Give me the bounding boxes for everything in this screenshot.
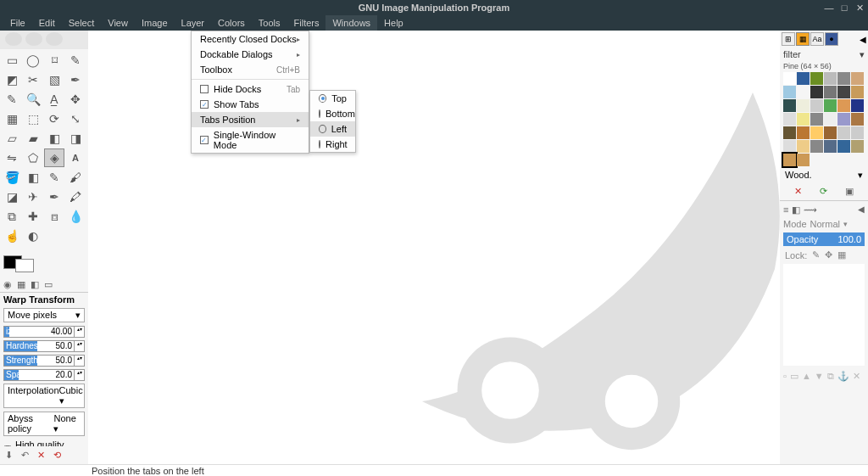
delete-layer-icon[interactable]: ✕ — [853, 371, 860, 382]
pattern-swatch[interactable] — [824, 86, 837, 98]
tabs-right[interactable]: Right — [310, 137, 355, 152]
reset-preset-icon[interactable]: ⟲ — [53, 450, 61, 461]
history-tab[interactable]: ● — [825, 32, 838, 46]
menu-single-window[interactable]: ✓Single-Window Mode — [192, 127, 309, 153]
tool-blend[interactable]: ◧ — [23, 168, 43, 187]
open-pattern-icon[interactable]: ▣ — [845, 186, 854, 197]
menu-hide-docks[interactable]: Hide DocksTab — [192, 81, 309, 97]
new-layer-icon[interactable]: ▫ — [783, 371, 787, 382]
pattern-swatch[interactable] — [824, 72, 837, 85]
pattern-swatch[interactable] — [824, 140, 837, 153]
tabs-top[interactable]: Top — [310, 91, 355, 106]
maximize-icon[interactable]: □ — [839, 3, 849, 13]
menu-toolbox[interactable]: ToolboxCtrl+B — [192, 62, 309, 77]
pattern-swatch[interactable] — [851, 140, 864, 153]
tool-free-select[interactable]: ⌑ — [44, 51, 64, 70]
background-color[interactable] — [15, 259, 34, 272]
pattern-swatch[interactable] — [810, 140, 823, 153]
lock-position-icon[interactable]: ✥ — [825, 249, 832, 260]
brushes-tab[interactable]: ⊞ — [782, 32, 795, 46]
menu-windows[interactable]: Windows — [326, 15, 377, 31]
channels-tab[interactable]: ◧ — [792, 204, 800, 216]
pattern-swatch[interactable] — [797, 99, 810, 112]
tool-pencil[interactable]: ✎ — [44, 168, 64, 187]
warp-mode-select[interactable]: Move pixels▾ — [3, 308, 85, 322]
fonts-tab[interactable]: Aa — [810, 32, 824, 46]
save-preset-icon[interactable]: ⬇ — [5, 450, 13, 461]
tool-clone[interactable]: ⧉ — [2, 207, 22, 226]
tool-ellipse-select[interactable]: ◯ — [23, 51, 43, 70]
tool-align[interactable]: ▦ — [2, 109, 22, 128]
abyss-policy-select[interactable]: Abyss policyNone ▾ — [3, 412, 85, 436]
tool-fuzzy-select[interactable]: ✎ — [65, 51, 86, 70]
lower-layer-icon[interactable]: ▼ — [815, 371, 824, 382]
pattern-swatch[interactable] — [797, 72, 810, 85]
gradient-indicator-icon[interactable]: ◧ — [31, 279, 39, 290]
menu-filters[interactable]: Filters — [287, 15, 326, 31]
layers-list[interactable] — [783, 264, 865, 366]
pattern-swatch[interactable] — [797, 113, 810, 126]
tool-zoom[interactable]: 🔍 — [23, 90, 43, 109]
pattern-swatch[interactable] — [824, 126, 837, 139]
tool-bucket[interactable]: 🪣 — [2, 168, 22, 187]
pattern-swatch[interactable] — [837, 72, 850, 85]
mode-select[interactable]: Normal — [810, 219, 840, 229]
pattern-swatch[interactable] — [810, 113, 823, 126]
pattern-swatch[interactable] — [783, 140, 796, 153]
tool-unified[interactable]: ◧ — [44, 129, 64, 148]
menu-colors[interactable]: Colors — [211, 15, 252, 31]
menu-help[interactable]: Help — [377, 15, 410, 31]
layers-tab[interactable]: ≡ — [783, 204, 788, 216]
duplicate-layer-icon[interactable]: ⧉ — [827, 371, 834, 382]
pattern-swatch[interactable] — [783, 99, 796, 112]
tool-text[interactable]: A — [65, 148, 86, 167]
hardness-slider[interactable]: Hardness50.0▴▾ — [3, 340, 85, 352]
tool-eraser[interactable]: ◪ — [2, 188, 22, 206]
tool-smudge[interactable]: ☝ — [2, 227, 22, 245]
pattern-swatch[interactable] — [783, 113, 796, 126]
pattern-swatch[interactable] — [824, 113, 837, 126]
pattern-swatch[interactable] — [837, 126, 850, 139]
patterns-tab[interactable]: ▦ — [796, 32, 810, 46]
pattern-swatch[interactable] — [797, 140, 810, 153]
tool-color-picker[interactable]: ✎ — [2, 90, 22, 109]
tool-paths[interactable]: ✒ — [65, 70, 86, 89]
tool-perspective-clone[interactable]: ⧈ — [44, 207, 64, 226]
anchor-layer-icon[interactable]: ⚓ — [837, 371, 849, 382]
pattern-swatch[interactable] — [797, 126, 810, 139]
menu-recently-closed[interactable]: Recently Closed Docks▸ — [192, 31, 309, 47]
delete-preset-icon[interactable]: ✕ — [37, 450, 45, 461]
pattern-swatch[interactable] — [797, 86, 810, 98]
restore-preset-icon[interactable]: ↶ — [21, 450, 29, 461]
tabs-bottom[interactable]: Bottom — [310, 106, 355, 121]
pattern-swatch[interactable] — [851, 72, 864, 85]
filter-dropdown-icon[interactable]: ▾ — [860, 49, 865, 60]
pattern-swatch[interactable] — [783, 72, 796, 85]
tool-rect-select[interactable]: ▭ — [2, 51, 22, 70]
brush-indicator-icon[interactable]: ◉ — [3, 279, 12, 290]
raise-layer-icon[interactable]: ▲ — [802, 371, 811, 382]
refresh-pattern-icon[interactable]: ⟳ — [820, 186, 827, 197]
menu-tabs-position[interactable]: Tabs Position▸ — [192, 112, 309, 127]
lock-pixels-icon[interactable]: ✎ — [812, 249, 820, 260]
delete-pattern-icon[interactable]: ✕ — [794, 186, 802, 197]
layers-menu-icon[interactable]: ◀ — [858, 204, 865, 216]
pattern-swatch[interactable] — [783, 154, 796, 166]
tabs-left[interactable]: Left — [310, 121, 355, 137]
paths-tab[interactable]: ⟿ — [804, 204, 817, 216]
tool-crop[interactable]: ⬚ — [23, 109, 43, 128]
menu-image[interactable]: Image — [135, 15, 175, 31]
tool-rotate[interactable]: ⟳ — [44, 109, 64, 128]
pattern-swatch[interactable] — [851, 113, 864, 126]
spacing-slider[interactable]: Spa20.0▴▾ — [3, 369, 85, 381]
pattern-swatch[interactable] — [783, 86, 796, 98]
size-slider[interactable]: ize40.00▴▾ — [3, 326, 85, 338]
tool-dodge[interactable]: ◐ — [23, 227, 43, 245]
tool-ink[interactable]: ✒ — [44, 188, 64, 206]
pattern-swatch[interactable] — [837, 140, 850, 153]
color-swatch[interactable] — [3, 252, 85, 272]
tool-blur[interactable]: 💧 — [65, 207, 86, 226]
minimize-icon[interactable]: — — [824, 3, 834, 13]
tool-shear[interactable]: ▱ — [2, 129, 22, 148]
pattern-swatch[interactable] — [810, 72, 823, 85]
